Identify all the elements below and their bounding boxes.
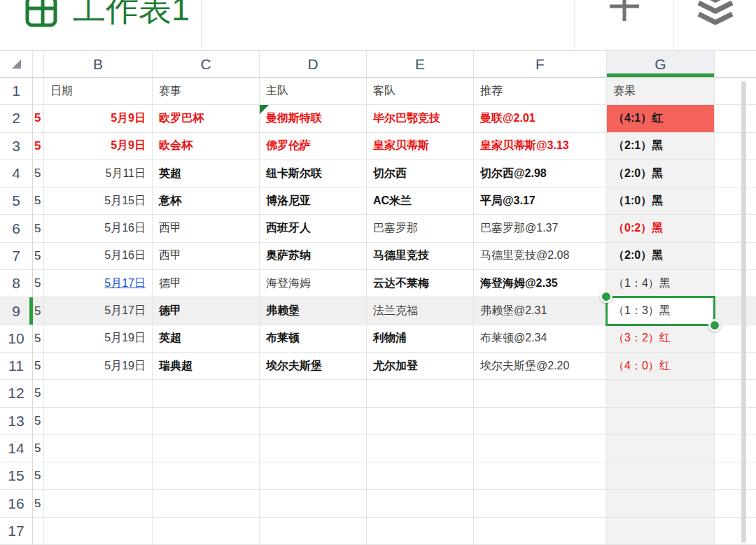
- cell-A6[interactable]: 5: [33, 215, 44, 242]
- col-header-G[interactable]: G: [607, 51, 715, 77]
- cell-F5[interactable]: 平局@3.17: [474, 187, 607, 215]
- row-header-1[interactable]: 1: [0, 78, 33, 105]
- sheet-tab[interactable]: 工作表1: [0, 0, 202, 50]
- cell-A10[interactable]: 5: [33, 325, 44, 353]
- cell-H12[interactable]: [715, 380, 756, 407]
- cell-H2[interactable]: [715, 105, 756, 132]
- row-header-5[interactable]: 5: [0, 187, 33, 215]
- cell-C4[interactable]: 英超: [153, 160, 260, 187]
- row-header-8[interactable]: 8: [0, 270, 33, 297]
- cell-A8[interactable]: 5: [33, 270, 44, 297]
- cell-H14[interactable]: [715, 435, 756, 462]
- cell-A13[interactable]: 5: [33, 408, 44, 435]
- cell-B7[interactable]: 5月16日: [44, 243, 153, 270]
- cell-H6[interactable]: [715, 215, 756, 242]
- selection-handle-bottom-right[interactable]: [708, 319, 721, 332]
- cell-H17[interactable]: [715, 518, 756, 545]
- cell-B8[interactable]: 5月17日: [44, 270, 153, 297]
- cell-A9[interactable]: 5: [33, 297, 44, 325]
- cell-A4[interactable]: 5: [33, 160, 44, 187]
- cell-A14[interactable]: 5: [33, 435, 44, 462]
- cell-D5[interactable]: 博洛尼亚: [260, 187, 367, 215]
- cell-D3[interactable]: 佛罗伦萨: [260, 133, 367, 160]
- cell-C6[interactable]: 西甲: [153, 215, 260, 242]
- cell-F16[interactable]: [474, 490, 607, 517]
- row-header-6[interactable]: 6: [0, 215, 33, 242]
- cell-B6[interactable]: 5月16日: [44, 215, 153, 242]
- cell-B2[interactable]: 5月9日: [44, 105, 153, 132]
- cell-E10[interactable]: 利物浦: [367, 325, 474, 353]
- cell-B3[interactable]: 5月9日: [44, 133, 153, 160]
- cell-F7[interactable]: 马德里竞技@2.08: [474, 243, 607, 270]
- cell-B11[interactable]: 5月19日: [44, 353, 153, 380]
- cell-G15[interactable]: [607, 462, 715, 490]
- cell-B13[interactable]: [44, 408, 153, 435]
- cell-C15[interactable]: [153, 462, 260, 490]
- cell-F17[interactable]: [474, 518, 607, 545]
- cell-H15[interactable]: [715, 462, 756, 490]
- cell-D2[interactable]: 曼彻斯特联: [260, 105, 367, 132]
- cell-D4[interactable]: 纽卡斯尔联: [260, 160, 367, 187]
- cell-B17[interactable]: [44, 518, 153, 545]
- cell-E4[interactable]: 切尔西: [367, 160, 474, 187]
- row-header-13[interactable]: 13: [0, 408, 33, 435]
- cell-E9[interactable]: 法兰克福: [367, 297, 474, 325]
- cell-E11[interactable]: 尤尔加登: [367, 353, 474, 380]
- col-header-E[interactable]: E: [367, 51, 474, 77]
- cell-D13[interactable]: [260, 408, 367, 435]
- cell-H13[interactable]: [715, 408, 756, 435]
- cell-D8[interactable]: 海登海姆: [260, 270, 367, 297]
- row-header-16[interactable]: 16: [0, 490, 33, 517]
- cell-F8[interactable]: 海登海姆@2.35: [474, 270, 607, 297]
- col-header-B[interactable]: B: [44, 51, 153, 77]
- cell-H11[interactable]: [715, 353, 756, 380]
- cell-B10[interactable]: 5月19日: [44, 325, 153, 353]
- cell-B14[interactable]: [44, 435, 153, 462]
- cell-D9[interactable]: 弗赖堡: [260, 297, 367, 325]
- col-header-D[interactable]: D: [260, 51, 367, 77]
- cell-G5[interactable]: （1:0）黑: [607, 187, 715, 215]
- cell-B5[interactable]: 5月15日: [44, 187, 153, 215]
- cell-G11[interactable]: （4：0）红: [607, 353, 715, 380]
- cell-B1[interactable]: 日期: [44, 78, 153, 105]
- cell-C13[interactable]: [153, 408, 260, 435]
- cell-C5[interactable]: 意杯: [153, 187, 260, 215]
- cell-E2[interactable]: 毕尔巴鄂竞技: [367, 105, 474, 132]
- cell-A11[interactable]: 5: [33, 353, 44, 380]
- cell-A16[interactable]: 5: [33, 490, 44, 517]
- cell-B4[interactable]: 5月11日: [44, 160, 153, 187]
- row-header-15[interactable]: 15: [0, 462, 33, 490]
- cell-C3[interactable]: 欧会杯: [153, 133, 260, 160]
- cell-G7[interactable]: （2:0）黑: [607, 243, 715, 270]
- cell-E8[interactable]: 云达不莱梅: [367, 270, 474, 297]
- cell-G12[interactable]: [607, 380, 715, 407]
- row-header-9[interactable]: 9: [0, 297, 33, 325]
- col-header-C[interactable]: C: [153, 51, 260, 77]
- cell-C8[interactable]: 德甲: [153, 270, 260, 297]
- row-header-4[interactable]: 4: [0, 160, 33, 187]
- cell-G13[interactable]: [607, 408, 715, 435]
- cell-A5[interactable]: 5: [33, 187, 44, 215]
- cell-F10[interactable]: 布莱顿@2.34: [474, 325, 607, 353]
- sheet-list-button[interactable]: [673, 0, 756, 50]
- cell-E12[interactable]: [367, 380, 474, 407]
- cell-F15[interactable]: [474, 462, 607, 490]
- cell-E15[interactable]: [367, 462, 474, 490]
- cell-F12[interactable]: [474, 380, 607, 407]
- row-header-3[interactable]: 3: [0, 133, 33, 160]
- cell-G6[interactable]: （0:2）黑: [607, 215, 715, 242]
- cell-H8[interactable]: [715, 270, 756, 297]
- cell-C7[interactable]: 西甲: [153, 243, 260, 270]
- cell-B9[interactable]: 5月17日: [44, 297, 153, 325]
- cell-G8[interactable]: （1：4）黑: [607, 270, 715, 297]
- cell-D1[interactable]: 主队: [260, 78, 367, 105]
- row-header-17[interactable]: 17: [0, 518, 33, 545]
- cell-E13[interactable]: [367, 408, 474, 435]
- cell-E17[interactable]: [367, 518, 474, 545]
- cell-G3[interactable]: （2:1）黑: [607, 133, 715, 160]
- cell-F6[interactable]: 巴塞罗那@1.37: [474, 215, 607, 242]
- cell-E3[interactable]: 皇家贝蒂斯: [367, 133, 474, 160]
- cell-H10[interactable]: [715, 325, 756, 353]
- row-header-7[interactable]: 7: [0, 243, 33, 270]
- cell-C17[interactable]: [153, 518, 260, 545]
